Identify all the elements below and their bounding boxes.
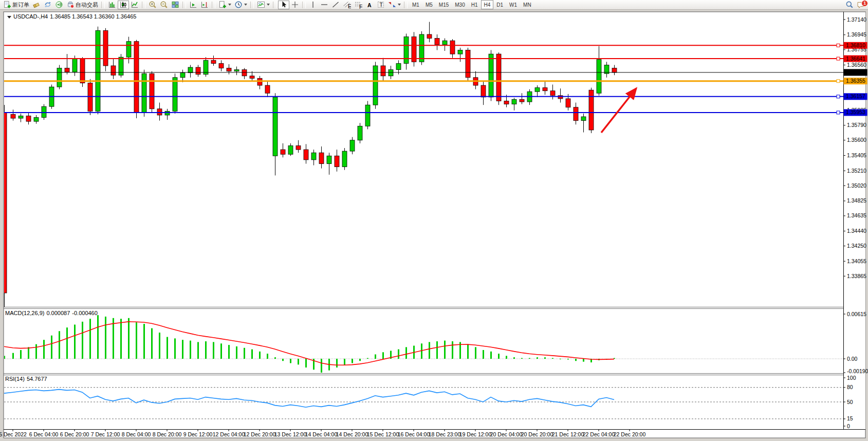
timeframe-w1-button[interactable]: W1 (506, 0, 520, 9)
candle (196, 67, 200, 75)
price-tick-label: 1.33865 (847, 273, 866, 279)
macd-histogram-bar (236, 346, 237, 359)
candle (550, 91, 555, 96)
timeframe-h1-button[interactable]: H1 (468, 0, 481, 9)
candle (512, 99, 516, 104)
candle (88, 83, 93, 111)
fibonacci-icon: F (354, 1, 362, 9)
macd-histogram-bar (66, 327, 68, 359)
macd-histogram-bar (167, 337, 168, 359)
level-line-handle[interactable] (837, 80, 840, 83)
macd-histogram-bar (375, 355, 376, 359)
time-tick-label: 21 Dec 12:00 (552, 431, 584, 437)
macd-histogram-bar (290, 359, 291, 363)
chart-title: USDCAD-,H41.36485 1.36543 1.36360 1.3646… (7, 13, 138, 20)
eraser-button[interactable] (31, 1, 42, 9)
timeframe-m15-button[interactable]: M15 (436, 0, 452, 9)
candle (165, 111, 170, 115)
candle (281, 150, 285, 154)
timeframe-m30-button[interactable]: M30 (452, 0, 468, 9)
macd-histogram-bar (382, 352, 384, 359)
toolbar-separator (182, 2, 186, 8)
notifications-button[interactable]: 1 (855, 1, 866, 9)
candle (180, 73, 185, 78)
chart-canvas[interactable]: 1.371401.369451.367551.365601.359851.357… (0, 0, 868, 441)
macd-histogram-bar (552, 358, 553, 359)
candle (404, 37, 409, 64)
price-level-badge-label: 1.36355 (846, 78, 865, 84)
chart-window (4, 12, 865, 438)
new-chart-button[interactable] (217, 1, 233, 9)
level-line-handle[interactable] (837, 44, 840, 47)
chart-shift-button[interactable] (199, 1, 210, 9)
crosshair-button[interactable] (289, 1, 301, 9)
candlestick-chart-button[interactable] (118, 1, 129, 9)
candlestick-chart-icon (119, 1, 127, 9)
tile-windows-button[interactable] (170, 1, 181, 9)
candle (566, 99, 570, 107)
new-order-button[interactable]: 新订单 (2, 1, 31, 9)
zoom-in-button[interactable] (147, 1, 158, 9)
macd-histogram-bar (405, 347, 407, 359)
level-line-handle[interactable] (837, 57, 840, 60)
horizontal-line-button[interactable] (319, 1, 330, 9)
rsi-tick-label: 80 (847, 384, 853, 390)
toolbar-separator (404, 2, 408, 8)
chevron-down-icon (228, 4, 231, 6)
search-button[interactable] (844, 1, 855, 9)
svg-text:A: A (367, 2, 372, 8)
macd-label: MACD(12,26,9) (5, 310, 44, 316)
timeframe-h4-button[interactable]: H4 (481, 0, 494, 9)
bar-chart-button[interactable] (106, 1, 118, 9)
candle (26, 116, 31, 122)
macd-histogram-bar (614, 358, 615, 359)
macd-histogram-bar (113, 318, 114, 359)
chart-menu-arrow[interactable] (7, 16, 11, 19)
rsi-tick-label: 0 (847, 423, 850, 429)
vertical-line-button[interactable] (307, 1, 319, 9)
price-tick-label: 1.36560 (847, 62, 866, 68)
macd-histogram-bar (274, 357, 276, 359)
timeframe-m5-button[interactable]: M5 (422, 0, 436, 9)
time-tick-label: 18 Dec 23:00 (429, 431, 461, 437)
candle (419, 34, 424, 62)
macd-histogram-bar (367, 358, 368, 359)
macd-histogram-bar (544, 357, 546, 359)
signals-button[interactable] (53, 1, 65, 9)
fibonacci-button[interactable]: F (353, 1, 364, 9)
timeframe-m1-button[interactable]: M1 (409, 0, 422, 9)
auto-scroll-button[interactable] (188, 1, 199, 9)
candle (57, 68, 62, 87)
candle (435, 39, 439, 45)
level-line-handle[interactable] (837, 111, 840, 114)
candle (496, 54, 501, 101)
text-label-button[interactable]: T (375, 1, 386, 9)
equidistant-channel-button[interactable]: E (341, 1, 353, 9)
periods-button[interactable] (233, 1, 249, 9)
level-line-handle[interactable] (837, 95, 840, 98)
candle (381, 66, 385, 76)
autotrading-button[interactable]: 自动交易 (65, 1, 100, 9)
candle (80, 59, 85, 83)
macd-histogram-bar (560, 359, 561, 359)
chart-title-symbol: USDCAD-,H4 (13, 13, 48, 20)
macd-histogram-bar (43, 340, 45, 359)
macd-histogram-bar (35, 344, 37, 359)
text-button[interactable]: A (364, 1, 375, 9)
cursor-button[interactable] (278, 1, 289, 9)
candle (311, 153, 316, 160)
macd-histogram-bar (220, 343, 222, 359)
zoom-out-button[interactable] (158, 1, 170, 9)
trendline-button[interactable] (330, 1, 341, 9)
chevron-down-icon (244, 4, 247, 6)
macd-histogram-bar (89, 319, 91, 359)
rsi-tick-label: 50 (847, 399, 853, 405)
macd-histogram-bar (74, 325, 76, 359)
candle (11, 114, 15, 118)
timeframe-mn-button[interactable]: MN (520, 0, 534, 9)
publish-button[interactable] (42, 1, 53, 9)
arrows-button[interactable] (386, 1, 402, 9)
templates-button[interactable] (255, 1, 271, 9)
line-chart-button[interactable] (129, 1, 140, 9)
timeframe-d1-button[interactable]: D1 (493, 0, 506, 9)
